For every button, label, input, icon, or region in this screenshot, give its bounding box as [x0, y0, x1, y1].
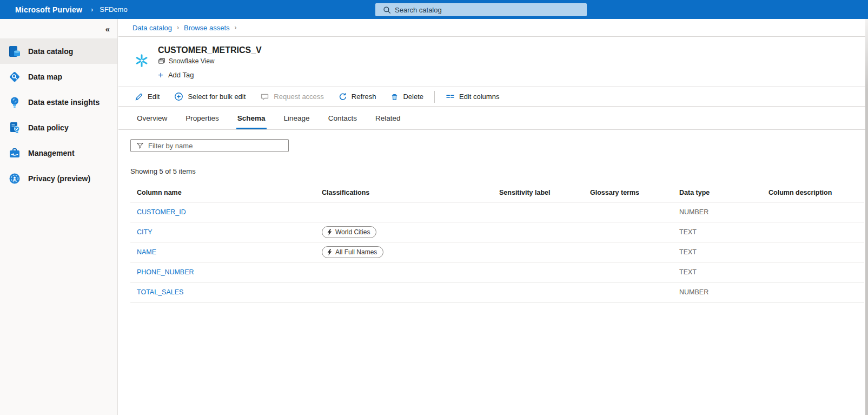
data-type-value: TEXT [673, 228, 762, 236]
classifications-cell: All Full Names [315, 246, 493, 258]
sidebar-item-privacy[interactable]: Privacy (preview) [0, 166, 117, 191]
tab-overview[interactable]: Overview [136, 107, 168, 129]
tab-schema[interactable]: Schema [236, 107, 267, 129]
plus-icon: + [158, 71, 163, 78]
search-input[interactable] [395, 6, 582, 14]
edit-columns-icon [446, 93, 455, 101]
toolbar-divider [434, 91, 435, 103]
app-brand[interactable]: Microsoft Purview [15, 5, 82, 14]
classification-pill[interactable]: All Full Names [322, 246, 383, 258]
sidebar-item-label: Data policy [28, 123, 69, 132]
tab-properties[interactable]: Properties [184, 107, 220, 129]
lightning-bolt-icon [327, 249, 332, 255]
sidebar-collapse-button[interactable]: « [103, 23, 112, 35]
refresh-label: Refresh [352, 93, 376, 101]
table-row: CUSTOMER_ID NUMBER [130, 202, 864, 222]
sidebar-item-management[interactable]: Management [0, 140, 117, 166]
sidebar-nav: Data catalog Data map Dat [0, 38, 117, 191]
edit-label: Edit [148, 93, 160, 101]
table-row: CITY World Cities TEXT [130, 222, 864, 242]
sidebar-item-label: Data catalog [28, 47, 73, 56]
vertical-scrollbar[interactable] [865, 19, 868, 415]
data-catalog-icon [8, 44, 22, 58]
main-content: Data catalog › Browse assets › CUSTOMER_… [118, 19, 865, 415]
sidebar-item-label: Privacy (preview) [28, 174, 90, 183]
data-estate-insights-icon [8, 95, 22, 109]
schema-panel: Showing 5 of 5 items Column name Classif… [118, 130, 865, 302]
chevron-right-icon: › [177, 24, 179, 31]
table-row: TOTAL_SALES NUMBER [130, 282, 864, 302]
classification-label: World Cities [335, 228, 370, 236]
column-link-phone-number[interactable]: PHONE_NUMBER [137, 268, 194, 276]
header-data-type: Data type [673, 189, 762, 202]
data-map-icon [8, 70, 22, 84]
asset-header: CUSTOMER_METRICS_V Snowflake View + Add … [118, 37, 865, 87]
breadcrumb-data-catalog[interactable]: Data catalog [132, 24, 172, 32]
request-access-label: Request access [274, 93, 324, 101]
sidebar-item-data-policy[interactable]: Data policy [0, 115, 117, 140]
edit-columns-button[interactable]: Edit columns [446, 93, 499, 101]
column-link-name[interactable]: NAME [137, 248, 156, 256]
table-row: PHONE_NUMBER TEXT [130, 262, 864, 282]
edit-button[interactable]: Edit [135, 93, 160, 101]
classification-label: All Full Names [335, 248, 377, 256]
column-link-customer-id[interactable]: CUSTOMER_ID [137, 208, 186, 216]
tab-contacts[interactable]: Contacts [327, 107, 358, 129]
asset-type-label: Snowflake View [169, 57, 215, 65]
items-count-text: Showing 5 of 5 items [130, 167, 865, 175]
pencil-icon [135, 93, 143, 101]
tab-related[interactable]: Related [374, 107, 402, 129]
sidebar-item-data-estate-insights[interactable]: Data estate insights [0, 89, 117, 115]
filter-by-name-input[interactable] [148, 142, 285, 150]
data-type-value: NUMBER [673, 208, 762, 216]
select-for-bulk-edit-button[interactable]: Select for bulk edit [174, 92, 246, 101]
chat-bubble-icon [260, 93, 269, 101]
column-link-city[interactable]: CITY [137, 228, 152, 236]
sidebar-item-data-catalog[interactable]: Data catalog [0, 38, 117, 64]
lightning-bolt-icon [327, 229, 332, 235]
asset-toolbar: Edit Select for bulk edit Request access… [118, 87, 865, 107]
classifications-cell: World Cities [315, 226, 493, 238]
sidebar-item-data-map[interactable]: Data map [0, 64, 117, 89]
edit-columns-label: Edit columns [459, 93, 499, 101]
asset-tabs: Overview Properties Schema Lineage Conta… [118, 107, 865, 130]
delete-button[interactable]: Delete [390, 93, 423, 101]
management-icon [8, 146, 22, 160]
view-type-icon [158, 57, 165, 65]
header-sensitivity-label: Sensitivity label [493, 189, 584, 202]
filter-by-name-box[interactable] [130, 139, 289, 152]
add-tag-button[interactable]: + Add Tag [158, 71, 262, 79]
add-tag-label: Add Tag [168, 71, 194, 79]
data-type-value: TEXT [673, 248, 762, 256]
data-type-value: NUMBER [673, 288, 762, 296]
bulk-edit-label: Select for bulk edit [188, 93, 246, 101]
breadcrumb: Data catalog › Browse assets › [118, 19, 865, 37]
request-access-button[interactable]: Request access [260, 93, 324, 101]
refresh-button[interactable]: Refresh [339, 93, 376, 101]
breadcrumb-browse-assets[interactable]: Browse assets [184, 24, 230, 32]
sidebar-item-label: Data map [28, 73, 62, 81]
header-glossary-terms: Glossary terms [584, 189, 673, 202]
table-row: NAME All Full Names TEXT [130, 242, 864, 262]
schema-table: Column name Classifications Sensitivity … [130, 183, 864, 302]
search-icon [383, 6, 391, 14]
table-header-row: Column name Classifications Sensitivity … [130, 183, 864, 202]
header-column-name: Column name [130, 189, 315, 202]
asset-type: Snowflake View [158, 57, 262, 65]
filter-funnel-icon [136, 142, 144, 149]
circle-plus-icon [174, 92, 183, 101]
sidebar-item-label: Data estate insights [28, 98, 100, 107]
header-column-description: Column description [762, 189, 864, 202]
sidebar-item-label: Management [28, 149, 75, 157]
chevron-right-icon: › [91, 5, 93, 14]
instance-name[interactable]: SFDemo [100, 5, 127, 14]
data-type-value: TEXT [673, 268, 762, 276]
tab-lineage[interactable]: Lineage [283, 107, 311, 129]
topbar: Microsoft Purview › SFDemo [0, 0, 868, 19]
classification-pill[interactable]: World Cities [322, 226, 376, 238]
catalog-search-box[interactable] [375, 3, 587, 16]
trash-icon [390, 93, 399, 101]
column-link-total-sales[interactable]: TOTAL_SALES [137, 288, 183, 296]
header-classifications: Classifications [315, 189, 493, 202]
asset-title: CUSTOMER_METRICS_V [158, 45, 262, 55]
